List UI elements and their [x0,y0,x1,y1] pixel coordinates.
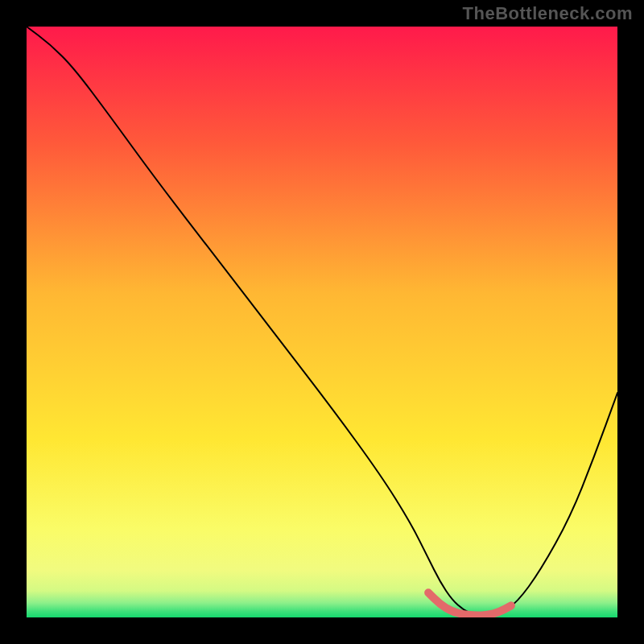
bottleneck-curve-chart [27,27,617,617]
chart-container: TheBottleneck.com [0,0,644,644]
brand-watermark: TheBottleneck.com [463,3,633,24]
gradient-background [27,27,617,617]
